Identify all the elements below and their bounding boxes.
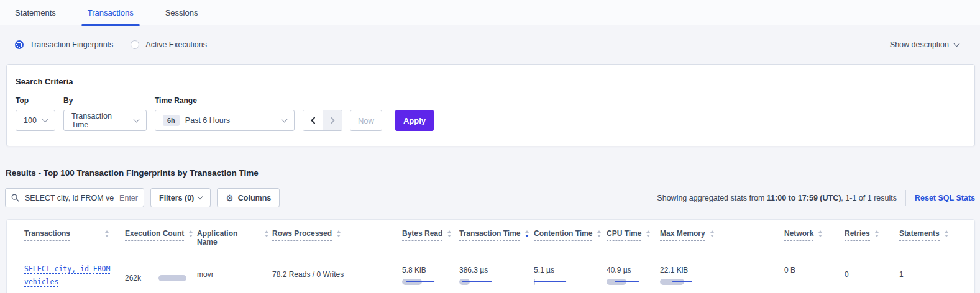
column-header-execution-count[interactable]: Execution Count xyxy=(125,229,197,250)
transaction-time-bar xyxy=(459,279,528,285)
stats-range: 11:00 to 17:59 (UTC) xyxy=(767,194,841,202)
time-range-select[interactable]: 6h Past 6 Hours xyxy=(155,110,295,131)
columns-button[interactable]: ⚙ Columns xyxy=(217,188,280,207)
stats-suffix: , 1-1 of 1 results xyxy=(841,194,897,202)
column-header-transaction-time[interactable]: Transaction Time xyxy=(459,229,534,250)
contention-time-value: 5.1 µs xyxy=(534,266,600,274)
column-header-rows-processed[interactable]: Rows Processed xyxy=(272,229,402,250)
sort-icon[interactable] xyxy=(447,230,451,237)
top-select[interactable]: 100 xyxy=(16,110,55,131)
table-header-row: Transactions Execution Count Application… xyxy=(7,220,974,250)
radio-transaction-fingerprints[interactable]: Transaction Fingerprints xyxy=(15,40,113,49)
radio-label: Active Executions xyxy=(145,40,207,49)
transaction-time-value: 386.3 µs xyxy=(459,266,528,274)
previous-time-range-button[interactable] xyxy=(303,110,323,130)
top-label: Top xyxy=(16,96,55,105)
now-button[interactable]: Now xyxy=(350,110,382,131)
tab-transactions[interactable]: Transactions xyxy=(81,0,140,25)
sort-icon[interactable] xyxy=(597,230,601,237)
radio-active-executions[interactable]: Active Executions xyxy=(131,40,207,49)
cell-transaction-time: 386.3 µs xyxy=(459,258,534,289)
column-header-label: Application Name xyxy=(197,229,260,250)
cell-retries: 0 xyxy=(845,258,899,289)
page-tab-bar: Statements Transactions Sessions xyxy=(0,0,980,25)
radio-unselected-icon xyxy=(131,40,139,49)
top-select-value: 100 xyxy=(24,116,37,125)
by-select[interactable]: Transaction Time xyxy=(63,110,147,131)
chevron-down-icon xyxy=(954,40,960,47)
sort-icon[interactable] xyxy=(945,230,948,237)
sort-icon[interactable] xyxy=(710,230,714,237)
cell-bytes-read: 5.8 KiB xyxy=(402,258,459,289)
apply-button[interactable]: Apply xyxy=(395,110,434,131)
contention-time-bar xyxy=(534,279,600,285)
column-header-bytes-read[interactable]: Bytes Read xyxy=(402,229,459,250)
time-range-label: Time Range xyxy=(155,96,295,105)
column-header-label: Network xyxy=(784,229,813,241)
cell-rows-processed: 78.2 Reads / 0 Writes xyxy=(272,258,402,289)
column-header-label: Rows Processed xyxy=(272,229,332,241)
chevron-down-icon xyxy=(198,194,203,199)
max-memory-value: 22.1 KiB xyxy=(660,266,778,274)
column-header-retries[interactable]: Retries xyxy=(845,229,899,250)
sort-icon-active-desc[interactable] xyxy=(525,230,529,237)
next-time-range-button[interactable] xyxy=(323,110,342,130)
stats-prefix: Showing aggregated stats from xyxy=(657,194,767,202)
column-header-application-name[interactable]: Application Name xyxy=(197,229,272,250)
filters-button[interactable]: Filters (0) xyxy=(150,188,211,207)
cell-transaction: SELECT city, id FROM vehicles xyxy=(24,258,125,289)
view-radio-group: Transaction Fingerprints Active Executio… xyxy=(15,40,207,49)
show-description-label: Show description xyxy=(890,40,949,49)
tab-statements[interactable]: Statements xyxy=(9,0,62,25)
tab-label: Transactions xyxy=(88,8,134,17)
sort-icon[interactable] xyxy=(189,230,193,237)
column-header-network[interactable]: Network xyxy=(784,229,845,250)
sort-icon[interactable] xyxy=(646,230,650,237)
results-filter-row: Enter Filters (0) ⚙ Columns Showing aggr… xyxy=(5,188,975,207)
sort-icon[interactable] xyxy=(265,230,268,237)
aggregated-stats-area: Showing aggregated stats from 11:00 to 1… xyxy=(657,190,975,206)
gear-icon: ⚙ xyxy=(226,194,234,202)
column-header-label: Max Memory xyxy=(660,229,705,241)
time-range-field: Time Range 6h Past 6 Hours xyxy=(155,96,295,131)
execution-count-value: 262k xyxy=(125,274,141,282)
column-header-cpu-time[interactable]: CPU Time xyxy=(607,229,660,250)
transaction-fingerprint-link[interactable]: SELECT city, id FROM vehicles xyxy=(24,263,119,289)
bytes-read-value: 5.8 KiB xyxy=(402,266,453,274)
column-header-statements[interactable]: Statements xyxy=(899,229,961,250)
column-header-contention-time[interactable]: Contention Time xyxy=(534,229,607,250)
max-memory-bar xyxy=(660,279,778,285)
column-header-max-memory[interactable]: Max Memory xyxy=(660,229,784,250)
tab-sessions[interactable]: Sessions xyxy=(159,0,204,25)
execution-count-bar xyxy=(158,275,186,281)
bytes-read-bar xyxy=(402,279,453,285)
cell-network: 0 B xyxy=(784,258,845,289)
table-row: SELECT city, id FROM vehicles 262k movr … xyxy=(7,258,974,289)
search-input[interactable] xyxy=(24,193,115,203)
time-range-badge: 6h xyxy=(163,115,180,126)
column-header-transactions[interactable]: Transactions xyxy=(24,229,125,250)
cell-execution-count: 262k xyxy=(125,258,197,289)
sort-icon[interactable] xyxy=(818,230,822,237)
cpu-time-value: 40.9 µs xyxy=(607,266,654,274)
sort-icon[interactable] xyxy=(875,230,879,237)
radio-selected-icon xyxy=(15,40,24,49)
columns-button-label: Columns xyxy=(238,194,271,202)
chevron-left-icon xyxy=(309,116,318,125)
chevron-down-icon xyxy=(42,116,48,122)
now-button-label: Now xyxy=(358,116,374,125)
vertical-divider xyxy=(905,190,906,206)
tab-label: Sessions xyxy=(165,8,198,17)
chevron-down-icon xyxy=(282,116,288,122)
chevron-down-icon xyxy=(134,116,140,122)
show-description-toggle[interactable]: Show description xyxy=(890,40,959,49)
results-heading: Results - Top 100 Transaction Fingerprin… xyxy=(6,168,980,178)
sort-icon[interactable] xyxy=(337,230,341,237)
sort-icon[interactable] xyxy=(105,230,109,237)
cell-contention-time: 5.1 µs xyxy=(534,258,607,289)
search-criteria-title: Search Criteria xyxy=(16,77,966,86)
column-header-label: Execution Count xyxy=(125,229,184,241)
enter-hint: Enter xyxy=(119,194,138,202)
reset-sql-stats-link[interactable]: Reset SQL Stats xyxy=(915,194,975,202)
view-toggle-bar: Transaction Fingerprints Active Executio… xyxy=(0,25,980,64)
